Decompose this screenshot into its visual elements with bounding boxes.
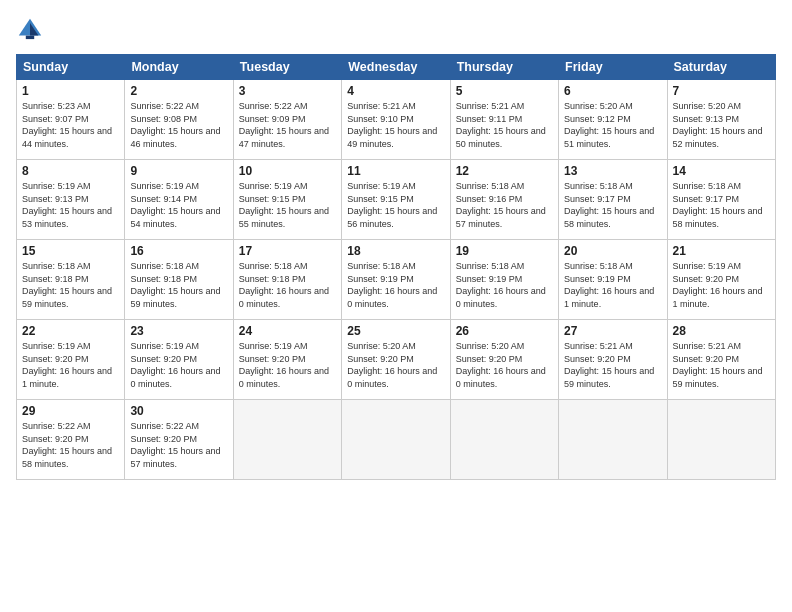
table-row: 22Sunrise: 5:19 AM Sunset: 9:20 PM Dayli…: [17, 320, 125, 400]
col-header-wednesday: Wednesday: [342, 55, 450, 80]
header: [16, 16, 776, 44]
calendar-week-0: 1Sunrise: 5:23 AM Sunset: 9:07 PM Daylig…: [17, 80, 776, 160]
table-row: 18Sunrise: 5:18 AM Sunset: 9:19 PM Dayli…: [342, 240, 450, 320]
table-row: 7Sunrise: 5:20 AM Sunset: 9:13 PM Daylig…: [667, 80, 775, 160]
col-header-friday: Friday: [559, 55, 667, 80]
table-row: 2Sunrise: 5:22 AM Sunset: 9:08 PM Daylig…: [125, 80, 233, 160]
table-row: 12Sunrise: 5:18 AM Sunset: 9:16 PM Dayli…: [450, 160, 558, 240]
calendar-table: SundayMondayTuesdayWednesdayThursdayFrid…: [16, 54, 776, 480]
page: SundayMondayTuesdayWednesdayThursdayFrid…: [0, 0, 792, 612]
calendar-header-row: SundayMondayTuesdayWednesdayThursdayFrid…: [17, 55, 776, 80]
table-row: 29Sunrise: 5:22 AM Sunset: 9:20 PM Dayli…: [17, 400, 125, 480]
table-row: 16Sunrise: 5:18 AM Sunset: 9:18 PM Dayli…: [125, 240, 233, 320]
table-row: [233, 400, 341, 480]
table-row: 15Sunrise: 5:18 AM Sunset: 9:18 PM Dayli…: [17, 240, 125, 320]
table-row: 6Sunrise: 5:20 AM Sunset: 9:12 PM Daylig…: [559, 80, 667, 160]
table-row: 23Sunrise: 5:19 AM Sunset: 9:20 PM Dayli…: [125, 320, 233, 400]
table-row: 21Sunrise: 5:19 AM Sunset: 9:20 PM Dayli…: [667, 240, 775, 320]
table-row: 24Sunrise: 5:19 AM Sunset: 9:20 PM Dayli…: [233, 320, 341, 400]
table-row: 1Sunrise: 5:23 AM Sunset: 9:07 PM Daylig…: [17, 80, 125, 160]
col-header-thursday: Thursday: [450, 55, 558, 80]
calendar-week-3: 22Sunrise: 5:19 AM Sunset: 9:20 PM Dayli…: [17, 320, 776, 400]
table-row: 9Sunrise: 5:19 AM Sunset: 9:14 PM Daylig…: [125, 160, 233, 240]
table-row: 3Sunrise: 5:22 AM Sunset: 9:09 PM Daylig…: [233, 80, 341, 160]
table-row: [667, 400, 775, 480]
table-row: [450, 400, 558, 480]
table-row: 19Sunrise: 5:18 AM Sunset: 9:19 PM Dayli…: [450, 240, 558, 320]
table-row: 25Sunrise: 5:20 AM Sunset: 9:20 PM Dayli…: [342, 320, 450, 400]
table-row: 27Sunrise: 5:21 AM Sunset: 9:20 PM Dayli…: [559, 320, 667, 400]
col-header-tuesday: Tuesday: [233, 55, 341, 80]
table-row: 20Sunrise: 5:18 AM Sunset: 9:19 PM Dayli…: [559, 240, 667, 320]
logo-icon: [16, 16, 44, 44]
table-row: [342, 400, 450, 480]
table-row: 28Sunrise: 5:21 AM Sunset: 9:20 PM Dayli…: [667, 320, 775, 400]
table-row: 4Sunrise: 5:21 AM Sunset: 9:10 PM Daylig…: [342, 80, 450, 160]
table-row: 26Sunrise: 5:20 AM Sunset: 9:20 PM Dayli…: [450, 320, 558, 400]
table-row: 30Sunrise: 5:22 AM Sunset: 9:20 PM Dayli…: [125, 400, 233, 480]
table-row: 11Sunrise: 5:19 AM Sunset: 9:15 PM Dayli…: [342, 160, 450, 240]
calendar-week-1: 8Sunrise: 5:19 AM Sunset: 9:13 PM Daylig…: [17, 160, 776, 240]
table-row: 14Sunrise: 5:18 AM Sunset: 9:17 PM Dayli…: [667, 160, 775, 240]
calendar-week-2: 15Sunrise: 5:18 AM Sunset: 9:18 PM Dayli…: [17, 240, 776, 320]
table-row: 10Sunrise: 5:19 AM Sunset: 9:15 PM Dayli…: [233, 160, 341, 240]
table-row: [559, 400, 667, 480]
table-row: 17Sunrise: 5:18 AM Sunset: 9:18 PM Dayli…: [233, 240, 341, 320]
calendar-week-4: 29Sunrise: 5:22 AM Sunset: 9:20 PM Dayli…: [17, 400, 776, 480]
col-header-monday: Monday: [125, 55, 233, 80]
col-header-sunday: Sunday: [17, 55, 125, 80]
col-header-saturday: Saturday: [667, 55, 775, 80]
table-row: 13Sunrise: 5:18 AM Sunset: 9:17 PM Dayli…: [559, 160, 667, 240]
table-row: 8Sunrise: 5:19 AM Sunset: 9:13 PM Daylig…: [17, 160, 125, 240]
svg-rect-2: [26, 36, 34, 40]
table-row: 5Sunrise: 5:21 AM Sunset: 9:11 PM Daylig…: [450, 80, 558, 160]
logo: [16, 16, 48, 44]
